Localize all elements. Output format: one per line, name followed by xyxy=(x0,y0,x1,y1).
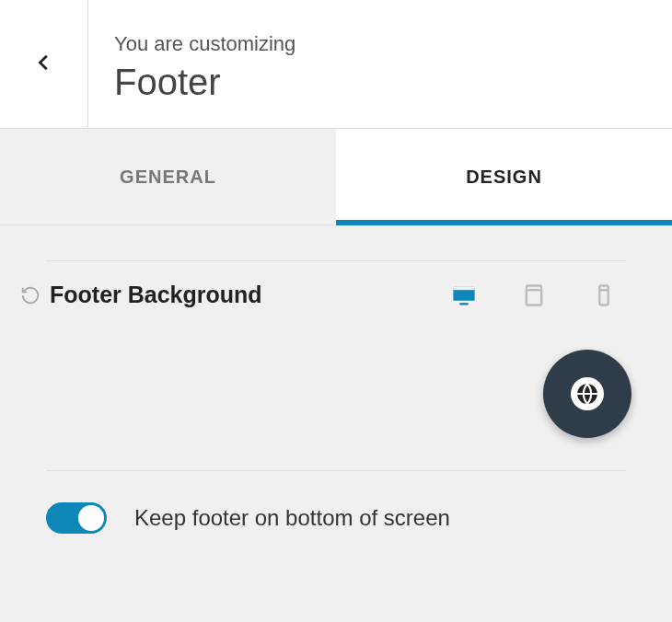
background-image-button[interactable] xyxy=(543,350,631,438)
tab-general[interactable]: GENERAL xyxy=(0,129,336,225)
svg-rect-3 xyxy=(527,285,541,305)
globe-icon xyxy=(571,377,604,410)
tab-label: GENERAL xyxy=(120,167,216,188)
footer-background-label: Footer Background xyxy=(50,282,451,308)
tablet-icon[interactable] xyxy=(521,282,547,308)
tab-design[interactable]: DESIGN xyxy=(336,129,672,225)
footer-background-row: Footer Background xyxy=(20,261,652,332)
svg-rect-5 xyxy=(599,285,608,305)
header-titles: You are customizing Footer xyxy=(88,0,321,128)
mobile-icon[interactable] xyxy=(591,282,617,308)
device-toggles xyxy=(451,282,626,308)
keep-footer-bottom-label: Keep footer on bottom of screen xyxy=(134,505,450,531)
back-button[interactable] xyxy=(0,0,88,128)
tab-label: DESIGN xyxy=(466,167,542,188)
header-title: Footer xyxy=(114,62,295,103)
chevron-left-icon xyxy=(34,52,54,76)
keep-footer-bottom-row: Keep footer on bottom of screen xyxy=(20,471,652,561)
desktop-icon[interactable] xyxy=(451,282,477,308)
keep-footer-bottom-toggle[interactable] xyxy=(46,502,107,534)
svg-rect-1 xyxy=(453,286,474,290)
tab-bar: GENERAL DESIGN xyxy=(0,129,672,225)
customizer-header: You are customizing Footer xyxy=(0,0,672,129)
toggle-knob xyxy=(78,505,104,531)
reset-icon[interactable] xyxy=(20,285,41,305)
header-subtitle: You are customizing xyxy=(114,32,295,56)
svg-rect-2 xyxy=(459,303,468,305)
